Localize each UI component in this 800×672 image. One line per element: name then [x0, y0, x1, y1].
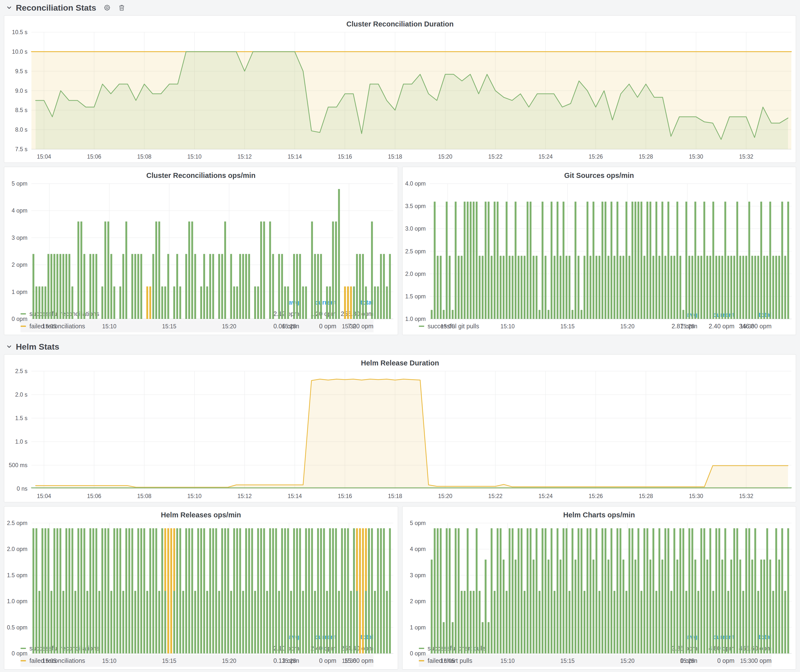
- gear-icon[interactable]: [103, 4, 111, 12]
- svg-text:1.0 opm: 1.0 opm: [405, 316, 426, 322]
- panel-title[interactable]: Cluster Reconciliations ops/min: [4, 167, 398, 180]
- svg-text:2.5 s: 2.5 s: [15, 368, 27, 374]
- svg-text:15:10: 15:10: [501, 323, 515, 330]
- svg-text:15:08: 15:08: [137, 493, 151, 499]
- svg-text:15:28: 15:28: [639, 154, 653, 160]
- chevron-down-icon[interactable]: [6, 5, 12, 11]
- svg-text:15:24: 15:24: [539, 493, 553, 499]
- svg-text:2.5 opm: 2.5 opm: [7, 520, 27, 526]
- cluster-reconciliation-duration-plot[interactable]: 15:0415:0615:0815:1015:1215:1415:1615:18…: [4, 29, 796, 163]
- svg-text:0.5 opm: 0.5 opm: [7, 624, 27, 631]
- svg-text:10.0 s: 10.0 s: [12, 48, 27, 55]
- svg-text:1 opm: 1 opm: [410, 624, 426, 631]
- svg-text:15:15: 15:15: [162, 323, 176, 330]
- svg-text:15:26: 15:26: [589, 154, 603, 160]
- svg-text:15:20: 15:20: [620, 323, 635, 330]
- svg-text:15:10: 15:10: [102, 323, 117, 330]
- svg-text:15:28: 15:28: [639, 493, 653, 499]
- svg-text:0 opm: 0 opm: [12, 316, 27, 322]
- svg-text:15:15: 15:15: [560, 323, 574, 330]
- panel-title[interactable]: Helm Charts ops/min: [402, 506, 796, 520]
- row-helm-bars: Helm Releases ops/min 15:0515:1015:1515:…: [4, 506, 796, 670]
- svg-text:15:10: 15:10: [187, 493, 202, 499]
- svg-text:500 ms: 500 ms: [9, 462, 27, 468]
- svg-text:15:25: 15:25: [680, 323, 694, 330]
- svg-text:2.5 opm: 2.5 opm: [405, 248, 426, 254]
- svg-text:15:10: 15:10: [501, 658, 515, 664]
- svg-text:2.0 opm: 2.0 opm: [7, 546, 27, 552]
- svg-text:4.0 opm: 4.0 opm: [405, 180, 426, 187]
- panel-cluster-reconciliations-opm: Cluster Reconciliations ops/min 15:0515:…: [4, 167, 398, 335]
- svg-text:3.5 opm: 3.5 opm: [405, 203, 426, 209]
- svg-text:15:25: 15:25: [282, 658, 296, 664]
- panel-title[interactable]: Helm Release Duration: [4, 355, 796, 368]
- svg-text:1 opm: 1 opm: [12, 289, 27, 295]
- helm-releases-opm-plot[interactable]: 15:0515:1015:1515:2015:2515:300 opm0.5 o…: [4, 520, 398, 632]
- svg-text:5 opm: 5 opm: [12, 180, 27, 187]
- helm-release-duration-plot[interactable]: 15:0415:0615:0815:1015:1215:1415:1615:18…: [4, 368, 796, 502]
- svg-text:1.5 opm: 1.5 opm: [7, 572, 27, 578]
- helm-charts-opm-plot[interactable]: 15:0515:1015:1515:2015:2515:300 opm1 opm…: [402, 520, 796, 632]
- svg-text:9.0 s: 9.0 s: [15, 88, 27, 94]
- section-title[interactable]: Reconciliation Stats: [16, 3, 96, 13]
- svg-text:15:22: 15:22: [488, 154, 502, 160]
- panel-cluster-reconciliation-duration: Cluster Reconciliation Duration 15:0415:…: [4, 15, 796, 163]
- svg-text:5 opm: 5 opm: [410, 520, 426, 526]
- svg-text:15:14: 15:14: [288, 493, 302, 499]
- svg-text:15:26: 15:26: [589, 493, 603, 499]
- svg-text:15:20: 15:20: [620, 658, 635, 664]
- svg-text:1.5 opm: 1.5 opm: [405, 293, 426, 300]
- panel-title[interactable]: Helm Releases ops/min: [4, 506, 398, 520]
- svg-text:15:30: 15:30: [342, 323, 356, 330]
- svg-text:15:05: 15:05: [440, 658, 455, 664]
- section-title[interactable]: Helm Stats: [16, 342, 59, 352]
- svg-text:15:20: 15:20: [438, 493, 453, 499]
- row-reconciliation-bars: Cluster Reconciliations ops/min 15:0515:…: [4, 167, 796, 335]
- svg-text:15:25: 15:25: [282, 323, 296, 330]
- svg-text:4 opm: 4 opm: [12, 207, 27, 214]
- svg-text:15:05: 15:05: [440, 323, 455, 330]
- svg-text:15:12: 15:12: [237, 493, 252, 499]
- svg-text:15:15: 15:15: [162, 658, 176, 664]
- svg-text:15:30: 15:30: [689, 493, 703, 499]
- svg-text:2 opm: 2 opm: [12, 262, 27, 268]
- svg-text:8.5 s: 8.5 s: [15, 107, 27, 113]
- svg-text:2.0 s: 2.0 s: [15, 391, 27, 398]
- svg-text:0 ns: 0 ns: [17, 485, 27, 492]
- svg-text:15:14: 15:14: [288, 154, 302, 160]
- svg-text:7.5 s: 7.5 s: [15, 146, 27, 152]
- svg-text:4 opm: 4 opm: [410, 546, 426, 552]
- svg-text:15:20: 15:20: [222, 658, 237, 664]
- svg-text:15:20: 15:20: [222, 323, 237, 330]
- svg-text:15:32: 15:32: [739, 154, 754, 160]
- svg-text:15:04: 15:04: [37, 493, 51, 499]
- svg-text:15:30: 15:30: [740, 323, 754, 330]
- svg-text:15:10: 15:10: [102, 658, 117, 664]
- svg-text:15:06: 15:06: [87, 493, 101, 499]
- svg-text:3.0 opm: 3.0 opm: [405, 226, 426, 232]
- svg-text:15:30: 15:30: [342, 658, 356, 664]
- svg-text:15:30: 15:30: [689, 154, 703, 160]
- svg-text:15:06: 15:06: [87, 154, 101, 160]
- panel-helm-releases-opm: Helm Releases ops/min 15:0515:1015:1515:…: [4, 506, 398, 670]
- panel-title[interactable]: Cluster Reconciliation Duration: [4, 16, 796, 29]
- svg-text:3 opm: 3 opm: [12, 235, 27, 241]
- chevron-down-icon[interactable]: [6, 343, 12, 350]
- svg-text:10.5 s: 10.5 s: [12, 29, 27, 35]
- svg-text:15:10: 15:10: [187, 154, 202, 160]
- cluster-reconciliations-opm-plot[interactable]: 15:0515:1015:1515:2015:2515:300 opm1 opm…: [4, 180, 398, 297]
- svg-text:15:22: 15:22: [488, 493, 502, 499]
- svg-text:2 opm: 2 opm: [410, 598, 426, 605]
- svg-text:15:16: 15:16: [338, 493, 352, 499]
- git-sources-opm-plot[interactable]: 15:0515:1015:1515:2015:2515:301.0 opm1.5…: [402, 180, 796, 310]
- panel-helm-release-duration: Helm Release Duration 15:0415:0615:0815:…: [4, 354, 796, 502]
- panel-title[interactable]: Git Sources ops/min: [402, 167, 796, 180]
- svg-text:1.0 s: 1.0 s: [15, 438, 27, 445]
- svg-text:0 opm: 0 opm: [12, 650, 27, 657]
- section-reconciliation-stats: Reconciliation Stats: [4, 0, 796, 15]
- svg-text:1.5 s: 1.5 s: [15, 415, 27, 421]
- svg-text:15:05: 15:05: [42, 658, 57, 664]
- trash-icon[interactable]: [118, 4, 125, 11]
- dashboard: Reconciliation Stats Cluster Reconciliat…: [0, 0, 800, 670]
- svg-text:15:25: 15:25: [680, 658, 694, 664]
